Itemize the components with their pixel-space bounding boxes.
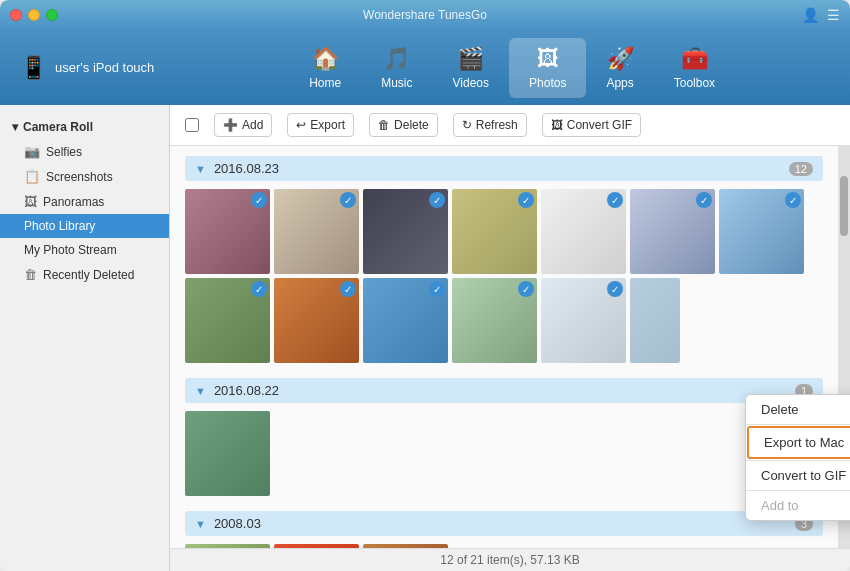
toolbox-icon: 🧰 [681,46,708,72]
photo-thumb[interactable]: ✓ [363,189,448,274]
photo-thumb[interactable] [185,544,270,548]
photo-check-icon: ✓ [518,192,534,208]
photo-check-icon: ✓ [607,281,623,297]
traffic-lights [10,9,58,21]
sidebar-item-screenshots-label: Screenshots [46,170,113,184]
refresh-button[interactable]: ↻ Refresh [453,113,527,137]
maximize-button[interactable] [46,9,58,21]
photo-check-icon: ✓ [696,192,712,208]
photo-thumb[interactable]: ✓ [185,278,270,363]
collapse-arrow-icon: ▼ [195,518,206,530]
photos-icon: 🖼 [537,46,559,72]
photo-thumb[interactable] [185,411,270,496]
trash-icon: 🗑 [24,267,37,282]
tab-toolbox-label: Toolbox [674,76,715,90]
title-icons: 👤 ☰ [802,7,840,23]
sidebar-item-recently-deleted[interactable]: 🗑 Recently Deleted [0,262,169,287]
context-menu-convert-gif[interactable]: Convert to GIF [746,461,850,490]
sidebar-item-photo-library[interactable]: Photo Library [0,214,169,238]
gif-icon: 🖼 [551,118,563,132]
scrollbar-thumb[interactable] [840,176,848,236]
context-menu: Delete Export to Mac Convert to GIF Add … [745,394,850,521]
tab-photos[interactable]: 🖼 Photos [509,38,586,98]
photo-thumb[interactable]: ✓ [541,189,626,274]
add-icon: ➕ [223,118,238,132]
tab-apps[interactable]: 🚀 Apps [586,38,653,98]
photo-thumb[interactable]: ✓ [452,278,537,363]
photo-thumb[interactable]: ✓ [452,189,537,274]
tab-music-label: Music [381,76,412,90]
date-label: 2008.03 [214,516,261,531]
photo-grid-row3 [185,411,823,496]
add-button[interactable]: ➕ Add [214,113,272,137]
photo-thumb-partial[interactable] [630,278,680,363]
collapse-arrow-icon: ▼ [195,163,206,175]
photo-thumb[interactable] [363,544,448,548]
tab-music[interactable]: 🎵 Music [361,38,432,98]
context-menu-divider [746,424,850,425]
tab-videos-label: Videos [453,76,489,90]
date-header-2008-03[interactable]: ▼ 2008.03 3 [185,511,823,536]
photo-count-badge: 12 [789,162,813,176]
photo-thumb[interactable]: ✓ [185,189,270,274]
chevron-down-icon: ▾ [12,120,18,134]
panoramas-icon: 🖼 [24,194,37,209]
photo-thumb[interactable]: ✓ [719,189,804,274]
photo-grid-row4 [185,544,823,548]
tab-home-label: Home [309,76,341,90]
context-menu-export-to-mac[interactable]: Export to Mac [747,426,850,459]
tab-apps-label: Apps [606,76,633,90]
export-button[interactable]: ↩ Export [287,113,354,137]
app-title: Wondershare TunesGo [363,8,487,22]
photo-thumb[interactable] [274,544,359,548]
nav-tabs: 🏠 Home 🎵 Music 🎬 Videos 🖼 Photos 🚀 Apps … [174,38,850,98]
main-layout: ▾ Camera Roll 📷 Selfies 📋 Screenshots 🖼 … [0,105,850,571]
toolbar: ➕ Add ↩ Export 🗑 Delete ↻ Refresh 🖼 Conv… [170,105,850,146]
sidebar-item-photo-stream[interactable]: My Photo Stream [0,238,169,262]
context-menu-delete[interactable]: Delete [746,395,850,424]
date-header-2016-08-23[interactable]: ▼ 2016.08.23 12 [185,156,823,181]
title-bar: Wondershare TunesGo 👤 ☰ [0,0,850,30]
tab-videos[interactable]: 🎬 Videos [433,38,509,98]
nav-bar: 📱 user's iPod touch 🏠 Home 🎵 Music 🎬 Vid… [0,30,850,105]
sidebar-item-selfies[interactable]: 📷 Selfies [0,139,169,164]
photo-thumb[interactable]: ✓ [541,278,626,363]
photo-thumb[interactable]: ✓ [630,189,715,274]
date-label: 2016.08.22 [214,383,279,398]
device-icon: 📱 [20,55,47,81]
device-name: user's iPod touch [55,60,154,75]
tab-toolbox[interactable]: 🧰 Toolbox [654,38,735,98]
convert-gif-button[interactable]: 🖼 Convert GIF [542,113,641,137]
photo-area[interactable]: ▼ 2016.08.23 12 ✓ ✓ ✓ ✓ ✓ ✓ ✓ ✓ [170,146,838,548]
sidebar-item-selfies-label: Selfies [46,145,82,159]
sidebar-item-screenshots[interactable]: 📋 Screenshots [0,164,169,189]
user-icon[interactable]: 👤 [802,7,819,23]
photo-thumb[interactable]: ✓ [363,278,448,363]
delete-button[interactable]: 🗑 Delete [369,113,438,137]
tab-home[interactable]: 🏠 Home [289,38,361,98]
menu-icon[interactable]: ☰ [827,7,840,23]
photo-thumb[interactable]: ✓ [274,278,359,363]
export-icon: ↩ [296,118,306,132]
delete-icon: 🗑 [378,118,390,132]
select-all-checkbox[interactable] [185,118,199,132]
photo-thumb[interactable]: ✓ [274,189,359,274]
date-group-2016-08-23: ▼ 2016.08.23 12 ✓ ✓ ✓ ✓ ✓ ✓ ✓ ✓ [185,156,823,363]
photo-check-icon: ✓ [518,281,534,297]
close-button[interactable] [10,9,22,21]
photo-check-icon: ✓ [607,192,623,208]
sidebar-item-panoramas[interactable]: 🖼 Panoramas [0,189,169,214]
photo-check-icon: ✓ [251,281,267,297]
sidebar: ▾ Camera Roll 📷 Selfies 📋 Screenshots 🖼 … [0,105,170,571]
context-menu-add-to: Add to ▶ [746,491,850,520]
status-text: 12 of 21 item(s), 57.13 KB [440,553,579,567]
sidebar-item-panoramas-label: Panoramas [43,195,104,209]
screenshots-icon: 📋 [24,169,40,184]
date-header-2016-08-22[interactable]: ▼ 2016.08.22 1 [185,378,823,403]
apps-icon: 🚀 [607,46,634,72]
minimize-button[interactable] [28,9,40,21]
sidebar-section-camera-roll[interactable]: ▾ Camera Roll [0,115,169,139]
sidebar-section-label: Camera Roll [23,120,93,134]
photo-check-icon: ✓ [429,281,445,297]
status-bar: 12 of 21 item(s), 57.13 KB [170,548,850,571]
